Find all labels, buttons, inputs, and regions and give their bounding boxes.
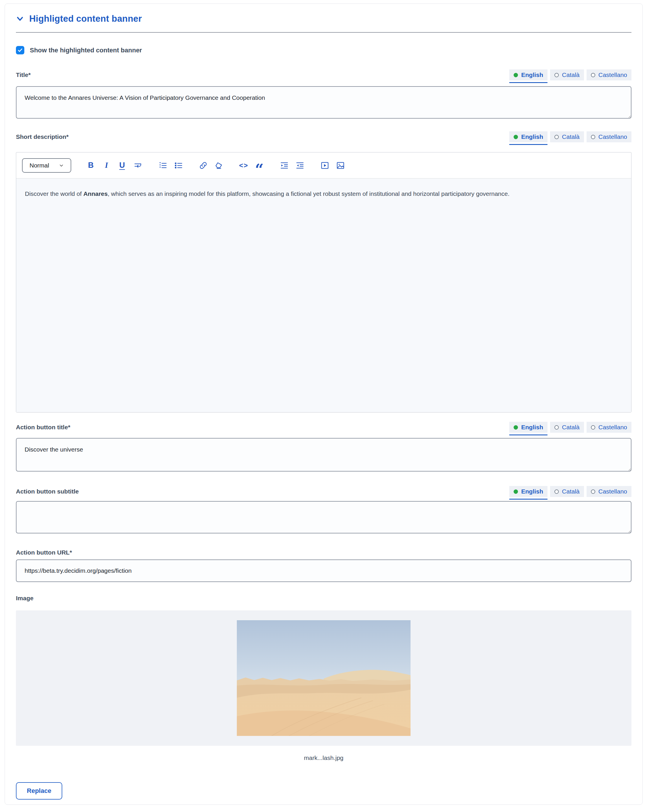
language-tab-catala[interactable]: Català — [550, 131, 584, 142]
section-divider — [16, 32, 631, 33]
action-button-subtitle-input[interactable] — [16, 501, 631, 533]
highlighted-content-banner-section: Highligted content banner Show the highl… — [5, 3, 643, 805]
indent-increase-icon[interactable] — [279, 159, 290, 172]
editor-toolbar: Normal B I U <> “ — [16, 153, 631, 179]
title-label: Title* — [16, 72, 31, 78]
underline-icon[interactable]: U — [116, 159, 128, 172]
language-tab-english[interactable]: English — [509, 422, 548, 433]
image-preview-box — [16, 611, 631, 746]
code-icon[interactable]: <> — [238, 159, 249, 172]
active-radio-dot-icon — [514, 490, 518, 494]
banner-image — [237, 620, 410, 736]
language-tab-english[interactable]: English — [509, 69, 548, 81]
inactive-radio-dot-icon — [554, 425, 559, 430]
inactive-radio-dot-icon — [591, 73, 595, 77]
image-filename: mark...lash.jpg — [16, 754, 631, 762]
image-icon[interactable] — [335, 159, 346, 172]
chevron-down-icon[interactable] — [16, 15, 24, 23]
inactive-radio-dot-icon — [591, 135, 595, 139]
show-banner-checkbox[interactable] — [16, 46, 24, 54]
italic-icon[interactable]: I — [101, 159, 112, 172]
section-header[interactable]: Highligted content banner — [16, 14, 631, 24]
action-button-url-input[interactable]: https://beta.try.decidim.org/pages/ficti… — [16, 559, 631, 582]
action-button-title-language-tabs: English Català Castellano — [509, 422, 631, 433]
short-description-label: Short description* — [16, 133, 69, 140]
action-button-subtitle-language-tabs: English Català Castellano — [509, 486, 631, 497]
inactive-radio-dot-icon — [591, 425, 595, 430]
section-title: Highligted content banner — [29, 14, 142, 24]
language-tab-castellano[interactable]: Castellano — [586, 69, 631, 81]
replace-button[interactable]: Replace — [16, 782, 62, 800]
bullet-list-icon[interactable] — [173, 159, 184, 172]
short-description-language-tabs: English Català Castellano — [509, 131, 631, 142]
active-radio-dot-icon — [514, 73, 518, 77]
language-tab-catala[interactable]: Català — [550, 422, 584, 433]
language-tab-english[interactable]: English — [509, 486, 548, 497]
action-button-url-label: Action button URL* — [16, 549, 631, 556]
active-radio-dot-icon — [514, 425, 518, 430]
inactive-radio-dot-icon — [554, 490, 559, 494]
link-icon[interactable] — [197, 159, 209, 172]
format-dropdown[interactable]: Normal — [22, 158, 71, 173]
show-banner-checkbox-label: Show the highlighted content banner — [30, 47, 142, 54]
action-button-title-input[interactable]: Discover the universe — [16, 438, 631, 472]
action-button-title-label: Action button title* — [16, 424, 70, 431]
title-language-tabs: English Català Castellano — [509, 69, 631, 81]
active-radio-dot-icon — [514, 135, 518, 139]
clear-format-icon[interactable] — [213, 159, 225, 172]
chevron-down-icon — [59, 163, 64, 168]
description-paragraph: Discover the world of Annares, which ser… — [25, 185, 523, 202]
indent-decrease-icon[interactable] — [294, 159, 306, 172]
ordered-list-icon[interactable] — [157, 159, 168, 172]
language-tab-castellano[interactable]: Castellano — [586, 486, 631, 497]
line-break-icon[interactable] — [132, 159, 144, 172]
video-icon[interactable] — [319, 159, 331, 172]
checkmark-icon — [17, 47, 23, 53]
image-label: Image — [16, 595, 631, 602]
bold-icon[interactable]: B — [85, 159, 97, 172]
language-tab-english[interactable]: English — [509, 131, 548, 142]
blockquote-icon[interactable]: “ — [254, 159, 265, 172]
language-tab-castellano[interactable]: Castellano — [586, 131, 631, 142]
inactive-radio-dot-icon — [591, 490, 595, 494]
action-button-subtitle-label: Action button subtitle — [16, 488, 79, 495]
title-input[interactable]: Welcome to the Annares Universe: A Visio… — [16, 86, 631, 119]
inactive-radio-dot-icon — [554, 135, 559, 139]
language-tab-catala[interactable]: Català — [550, 486, 584, 497]
inactive-radio-dot-icon — [554, 73, 559, 77]
rich-text-editor: Normal B I U <> “ — [16, 152, 631, 412]
editor-content[interactable]: Discover the world of Annares, which ser… — [16, 179, 631, 412]
language-tab-catala[interactable]: Català — [550, 69, 584, 81]
language-tab-castellano[interactable]: Castellano — [586, 422, 631, 433]
